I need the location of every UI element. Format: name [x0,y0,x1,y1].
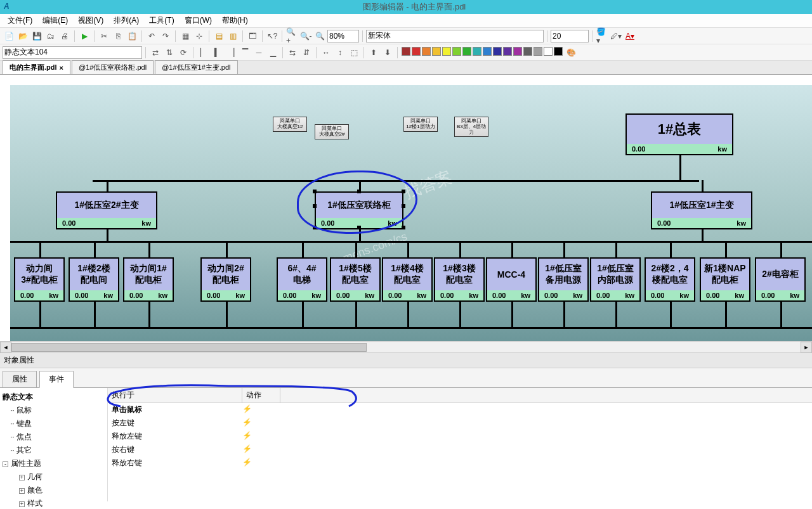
diagram-node[interactable]: 1#楼5楼 配电室0.00kw [330,257,381,302]
distribute-v-icon[interactable]: ⇵ [300,46,313,59]
distribute-h-icon[interactable]: ⇆ [286,46,299,59]
same-height-icon[interactable]: ↕ [334,46,346,59]
same-size-icon[interactable]: ⬚ [348,46,360,59]
mirror-h-icon[interactable]: ⇄ [149,46,162,59]
property-tree[interactable]: 静态文本 ·· 鼠标·· 键盘·· 焦点·· 其它 -属性主题 +几何+颜色+样… [0,388,108,501]
tree-root[interactable]: 静态文本 [1,390,106,404]
tree-item[interactable]: ·· 鼠标 [1,404,106,417]
menu-item[interactable]: 编辑(E) [37,14,73,27]
event-row[interactable]: 释放右键⚡ [108,456,812,470]
color-swatch[interactable] [402,47,410,56]
diagram-node[interactable]: 1#低压室2#主变0.00kw [56,191,157,229]
lightning-icon[interactable]: ⚡ [242,404,252,415]
menu-item[interactable]: 文件(F) [3,14,37,27]
diagram-node[interactable]: 动力间2# 配电柜0.00kw [200,257,251,302]
open-file-icon[interactable]: 📂 [16,30,29,42]
align-center-icon[interactable]: ▍ [211,46,223,59]
cut-icon[interactable]: ✂ [98,30,110,42]
mirror-v-icon[interactable]: ⇅ [163,46,176,59]
zoom-in-icon[interactable]: 🔍+ [285,30,298,42]
file-tab[interactable]: 电的主界面.pdl× [3,60,70,74]
text-color-icon[interactable]: A▾ [624,30,636,42]
copy-icon[interactable]: ⎘ [112,30,124,42]
event-row[interactable]: 按右键⚡ [108,443,812,456]
color-swatch[interactable] [462,47,471,56]
menu-item[interactable]: 视图(V) [73,14,108,27]
diagram-node[interactable]: 6#、4# 电梯0.00kw [277,257,327,302]
diagram-node[interactable]: 1#楼2楼 配电间0.00kw [69,257,119,302]
diagram-node[interactable]: 1#低压室 备用电源0.00kw [538,257,589,302]
menu-item[interactable]: 工具(T) [144,14,179,27]
expand-icon[interactable]: + [19,501,25,507]
zoom-combo[interactable] [327,30,359,42]
event-row[interactable]: 释放左键⚡ [108,430,812,443]
small-diagram-node[interactable]: 回菜单口大楼真空2# [315,124,349,139]
color-swatch[interactable] [523,47,532,56]
align-top-icon[interactable]: ▔ [239,46,251,59]
color-swatch[interactable] [544,47,553,56]
color-swatch[interactable] [432,47,441,56]
tree-item[interactable]: ·· 其它 [1,444,106,457]
diagram-node[interactable]: 动力间 3#配电柜0.00kw [14,257,65,302]
send-back-icon[interactable]: ⬇ [381,46,394,59]
diagram-node[interactable]: 新1楼NAP 配电柜0.00kw [700,257,750,302]
undo-icon[interactable]: ↶ [145,30,158,42]
small-diagram-node[interactable]: 回菜单口B3层、4层动力 [454,117,488,137]
font-size-combo[interactable] [551,30,589,42]
layers-icon[interactable]: ▤ [213,30,225,42]
horizontal-scrollbar[interactable]: ◄ ► [0,341,812,352]
selection-handle[interactable] [313,226,317,229]
diagram-node[interactable]: 1#楼3楼 配电室0.00kw [434,257,485,302]
small-diagram-node[interactable]: 回菜单口大楼真空1# [273,117,307,132]
zoom-out-icon[interactable]: 🔍- [299,30,312,42]
scroll-right-icon[interactable]: ► [801,342,812,353]
help-cursor-icon[interactable]: ↖? [266,30,278,42]
diagram-node[interactable]: 动力间1# 配电柜0.00kw [123,257,174,302]
expand-icon[interactable]: + [19,488,25,494]
line-color-icon[interactable]: 🖊▾ [610,30,622,42]
more-colors-icon[interactable]: 🎨 [565,46,577,59]
align-bottom-icon[interactable]: ▁ [266,46,279,59]
color-swatch[interactable] [554,47,563,56]
tab-events[interactable]: 事件 [39,371,74,388]
fill-color-icon[interactable]: 🪣▾ [596,30,608,42]
file-tab[interactable]: @1#低压室联络柜.pdl [72,60,154,74]
diagram-node[interactable]: 1#低压室1#主变0.00kw [651,191,752,229]
new-file-icon[interactable]: 📄 [3,30,15,42]
color-swatch[interactable] [503,47,512,56]
tree-item[interactable]: ·· 键盘 [1,417,106,430]
same-width-icon[interactable]: ↔ [320,46,332,59]
small-diagram-node[interactable]: 回菜单口1#楼1层动力 [403,117,438,132]
zoom-fit-icon[interactable]: 🔍 [313,30,326,42]
color-swatch[interactable] [422,47,431,56]
color-swatch[interactable] [412,47,421,56]
lightning-icon[interactable]: ⚡ [242,458,252,468]
align-middle-icon[interactable]: ─ [252,46,265,59]
event-row[interactable]: 单击鼠标⚡ [108,403,812,416]
color-swatch[interactable] [452,47,461,56]
bring-front-icon[interactable]: ⬆ [367,46,380,59]
redo-icon[interactable]: ↷ [159,30,172,42]
collapse-icon[interactable]: - [3,461,8,467]
rotate-icon[interactable]: ⟳ [177,46,190,59]
color-swatch[interactable] [442,47,451,56]
layers2-icon[interactable]: ▥ [226,30,239,42]
diagram-node[interactable]: 1#低压室联络柜0.00kw [315,191,403,229]
tab-attributes[interactable]: 属性 [3,371,37,388]
selection-handle[interactable] [402,226,405,229]
diagram-node[interactable]: MCC-40.00kw [486,257,537,302]
diagram-node[interactable]: 1#总表0.00kw [625,113,733,155]
diagram-node[interactable]: 1#低压室 内部电源0.00kw [590,257,641,302]
selection-handle[interactable] [357,190,361,193]
tree-theme-node[interactable]: -属性主题 [1,457,106,470]
save-icon[interactable]: 💾 [30,30,43,42]
file-tab[interactable]: @1#低压室1#主变.pdl [155,60,237,74]
diagram-node[interactable]: 1#楼4楼 配电室0.00kw [382,257,433,302]
align-right-icon[interactable]: ▕ [225,46,237,59]
selection-handle[interactable] [402,190,405,193]
scroll-left-icon[interactable]: ◄ [0,342,11,353]
scroll-thumb[interactable] [11,343,367,352]
lightning-icon[interactable]: ⚡ [242,431,252,442]
properties-icon[interactable]: 🗔 [246,30,259,42]
diagram-node[interactable]: 2#楼2，4 楼配电室0.00kw [645,257,695,302]
